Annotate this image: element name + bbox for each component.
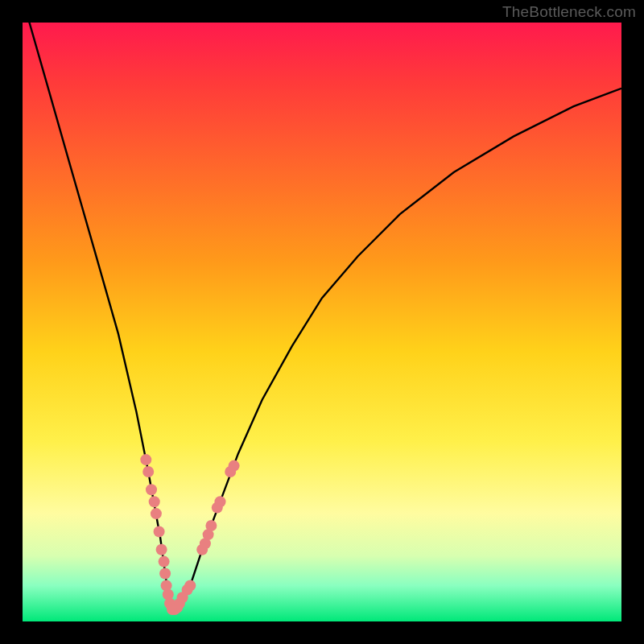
data-dot	[142, 466, 154, 477]
data-dot	[184, 580, 196, 591]
chart-frame: TheBottleneck.com	[0, 0, 644, 644]
data-dot	[159, 568, 171, 580]
data-dot	[154, 526, 165, 537]
data-dot	[140, 454, 151, 465]
data-dot	[146, 484, 157, 495]
data-dot	[151, 508, 162, 519]
chart-svg	[23, 23, 621, 621]
watermark-text: TheBottleneck.com	[502, 3, 636, 21]
highlighted-dots	[140, 454, 239, 615]
bottleneck-curve	[23, 23, 621, 609]
plot-area	[23, 23, 621, 621]
data-dot	[229, 460, 240, 472]
data-dot	[149, 496, 160, 507]
data-dot	[156, 544, 167, 555]
data-dot	[205, 520, 217, 531]
data-dot	[159, 556, 170, 568]
data-dot	[215, 496, 226, 507]
